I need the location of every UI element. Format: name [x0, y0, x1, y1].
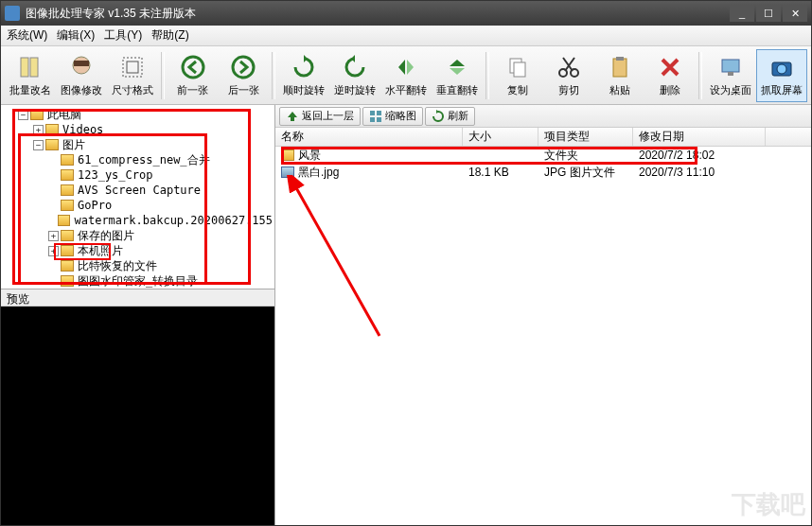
folder-tree[interactable]: −此电脑+Videos−图片61_compress_new_合并123_ys_C…: [1, 105, 274, 289]
toolbar-sep: [698, 52, 702, 99]
svg-rect-4: [123, 58, 142, 77]
col-name[interactable]: 名称: [275, 128, 463, 146]
col-date[interactable]: 修改日期: [633, 128, 766, 146]
tree-item[interactable]: 123_ys_Crop: [3, 167, 273, 183]
tree-videos[interactable]: +Videos: [3, 122, 273, 137]
svg-rect-13: [616, 57, 624, 61]
svg-rect-19: [377, 111, 381, 115]
modify-button[interactable]: 图像修改: [56, 49, 107, 102]
folder-icon: [61, 184, 74, 196]
toolbar: 批量改名 图像修改 尺寸格式 前一张 后一张 顺时旋转 逆时旋转 水平翻转 垂直…: [1, 46, 811, 105]
expand-toggle[interactable]: +: [48, 231, 59, 241]
svg-point-6: [183, 57, 203, 78]
tree-item[interactable]: 图图水印管家_转换目录: [3, 273, 273, 289]
menu-help[interactable]: 帮助(Z): [151, 27, 188, 44]
face-icon: [67, 53, 96, 81]
toolbar-sep: [272, 52, 275, 99]
tree-item[interactable]: GoPro: [3, 198, 273, 213]
tree-this-pc[interactable]: −此电脑: [3, 107, 273, 122]
rename-button[interactable]: 批量改名: [5, 49, 56, 102]
flip-h-icon: [392, 53, 420, 81]
file-date: 2020/7/3 11:10: [633, 166, 766, 179]
rotate-ccw-button[interactable]: 逆时旋转: [329, 49, 380, 102]
up-button[interactable]: 返回上一层: [279, 107, 361, 126]
size-button[interactable]: 尺寸格式: [107, 49, 158, 102]
delete-icon: [656, 53, 684, 81]
folder-icon: [45, 139, 59, 150]
col-type[interactable]: 项目类型: [538, 128, 633, 146]
tree-item[interactable]: watermark.bakcup.20200627.155: [3, 213, 273, 228]
cut-button[interactable]: 剪切: [543, 49, 594, 102]
tree-label: AVS Screen Capture: [78, 184, 201, 197]
tree-item[interactable]: 61_compress_new_合并: [3, 152, 273, 167]
minimize-button[interactable]: _: [730, 5, 754, 22]
folder-icon: [61, 169, 74, 181]
file-type: 文件夹: [538, 148, 633, 164]
next-button[interactable]: 后一张: [218, 49, 269, 102]
file-name: 黑白.jpg: [298, 166, 339, 179]
tree-label: 图片: [62, 137, 85, 153]
folder-icon: [61, 154, 74, 166]
file-list[interactable]: 风景文件夹2020/7/2 18:02黑白.jpg18.1 KBJPG 图片文件…: [275, 147, 811, 525]
left-pane: −此电脑+Videos−图片61_compress_new_合并123_ys_C…: [1, 105, 275, 525]
close-button[interactable]: ✕: [783, 5, 807, 22]
menubar: 系统(W) 编辑(X) 工具(Y) 帮助(Z): [1, 26, 811, 46]
image-icon: [281, 167, 294, 178]
arrow-right-icon: [229, 53, 257, 81]
refresh-button[interactable]: 刷新: [425, 107, 475, 126]
expand-toggle[interactable]: +: [48, 246, 59, 256]
arrow-left-icon: [179, 53, 207, 81]
file-size: 18.1 KB: [463, 166, 538, 179]
flip-v-button[interactable]: 垂直翻转: [432, 49, 483, 102]
tree-label: watermark.bakcup.20200627.155: [74, 214, 273, 227]
capture-button[interactable]: 抓取屏幕: [756, 49, 807, 102]
right-pane: 返回上一层 缩略图 刷新 名称 大小 项目类型 修改日期 风景文件夹2020/7…: [275, 105, 811, 525]
tree-item[interactable]: +保存的图片: [3, 228, 273, 243]
file-row[interactable]: 黑白.jpg18.1 KBJPG 图片文件2020/7/3 11:10: [275, 164, 811, 181]
folder-icon: [61, 230, 74, 241]
app-window: 图像批处理专家 v1.35 未注册版本 _ ☐ ✕ 系统(W) 编辑(X) 工具…: [0, 0, 812, 526]
tree-label: 61_compress_new_合并: [78, 152, 210, 168]
preview-label: 预览: [1, 289, 274, 307]
resize-icon: [118, 53, 147, 81]
svg-rect-20: [370, 117, 375, 122]
tree-label: 此电脑: [47, 107, 81, 123]
desktop-button[interactable]: 设为桌面: [705, 49, 756, 102]
file-row[interactable]: 风景文件夹2020/7/2 18:02: [275, 147, 811, 164]
menu-edit[interactable]: 编辑(X): [57, 27, 95, 44]
thumb-button[interactable]: 缩略图: [362, 107, 423, 126]
prev-button[interactable]: 前一张: [168, 49, 219, 102]
flip-v-icon: [443, 53, 471, 81]
expand-toggle[interactable]: −: [18, 110, 28, 120]
folder-icon: [61, 275, 74, 287]
svg-point-17: [777, 64, 786, 74]
arrow-up-icon: [286, 110, 299, 123]
copy-button[interactable]: 复制: [492, 49, 543, 102]
tree-label: 保存的图片: [78, 228, 134, 244]
menu-tools[interactable]: 工具(Y): [104, 27, 142, 44]
rotate-cw-button[interactable]: 顺时旋转: [278, 49, 329, 102]
folder-icon: [61, 245, 74, 256]
menu-system[interactable]: 系统(W): [7, 27, 47, 44]
expand-toggle[interactable]: −: [33, 140, 44, 150]
svg-rect-15: [728, 72, 733, 76]
tree-item[interactable]: AVS Screen Capture: [3, 183, 273, 198]
file-date: 2020/7/2 18:02: [633, 149, 766, 162]
tree-item[interactable]: 比特恢复的文件: [3, 258, 273, 273]
svg-rect-3: [74, 61, 89, 66]
folder-icon: [61, 200, 74, 211]
svg-rect-12: [613, 59, 627, 77]
expand-toggle[interactable]: +: [33, 125, 44, 135]
titlebar: 图像批处理专家 v1.35 未注册版本 _ ☐ ✕: [1, 1, 811, 26]
list-header: 名称 大小 项目类型 修改日期: [275, 128, 811, 147]
tree-label: 本机照片: [78, 243, 123, 259]
tree-item[interactable]: +本机照片: [3, 243, 273, 258]
col-size[interactable]: 大小: [463, 128, 538, 146]
maximize-button[interactable]: ☐: [756, 5, 781, 22]
annotation-arrow: [285, 175, 398, 345]
delete-button[interactable]: 删除: [644, 49, 696, 102]
flip-h-button[interactable]: 水平翻转: [380, 49, 432, 102]
paste-button[interactable]: 粘贴: [594, 49, 645, 102]
tree-pictures[interactable]: −图片: [3, 137, 273, 152]
svg-rect-1: [30, 58, 38, 77]
